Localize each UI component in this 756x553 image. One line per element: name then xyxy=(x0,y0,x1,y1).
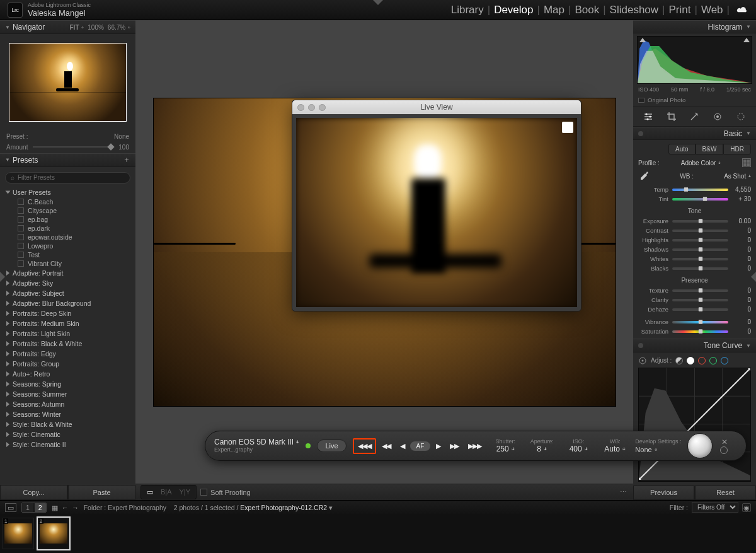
af-button[interactable]: AF xyxy=(410,441,431,451)
tether-bar[interactable]: Canon EOS 5D Mark III ￬ Expert...graphy … xyxy=(205,431,747,461)
preset-item[interactable]: C.Beach xyxy=(0,197,135,206)
presets-header[interactable]: ▼Presets ＋ xyxy=(0,153,135,167)
filter-lock-icon[interactable]: ◉ xyxy=(742,503,751,512)
profile-dropdown[interactable]: Adobe Color ￬ xyxy=(681,160,721,166)
module-develop[interactable]: Develop xyxy=(494,4,533,16)
tether-settings-icon[interactable] xyxy=(720,446,728,454)
tone-curve-editor[interactable] xyxy=(638,368,751,482)
live-view-titlebar[interactable]: Live View xyxy=(292,100,581,114)
preset-group[interactable]: Adaptive: Subject xyxy=(0,288,135,298)
highlights-slider[interactable]: Highlights0 xyxy=(638,235,751,245)
texture-slider[interactable]: Texture0 xyxy=(638,286,751,295)
live-view-window[interactable]: Live View xyxy=(292,100,581,311)
preset-item[interactable]: Test xyxy=(0,250,135,259)
whites-slider[interactable]: Whites0 xyxy=(638,254,751,264)
masking-tool-icon[interactable] xyxy=(736,112,746,122)
preset-group[interactable]: Portraits: Deep Skin xyxy=(0,308,135,318)
wb-dropdown[interactable]: As Shot ￬ xyxy=(724,173,751,180)
preset-group[interactable]: Seasons: Summer xyxy=(0,389,135,399)
focus-near-1[interactable]: ▶ xyxy=(432,440,444,452)
module-map[interactable]: Map xyxy=(544,4,564,16)
clarity-slider[interactable]: Clarity0 xyxy=(638,295,751,305)
blacks-slider[interactable]: Blacks0 xyxy=(638,264,751,273)
grid-icon[interactable]: ▦ xyxy=(52,504,58,511)
exposure-slider[interactable]: Exposure0.00 xyxy=(638,216,751,226)
module-slideshow[interactable]: Slideshow xyxy=(610,4,659,16)
focus-far-2[interactable]: ◀◀ xyxy=(378,440,394,452)
preset-item[interactable]: Vibrant City xyxy=(0,259,135,268)
focus-near-3[interactable]: ▶▶▶ xyxy=(464,440,485,452)
hdr-button[interactable]: HDR xyxy=(723,144,751,154)
paste-button[interactable]: Paste xyxy=(68,485,135,500)
navigator-header[interactable]: ▼Navigator FIT ￬ 100% 66.7% ￬ xyxy=(0,20,135,34)
saturation-slider[interactable]: Saturation0 xyxy=(638,327,751,336)
preset-search[interactable]: ⌕Filter Presets xyxy=(5,172,130,183)
dehaze-slider[interactable]: Dehaze0 xyxy=(638,305,751,314)
preset-group[interactable]: Auto+: Retro xyxy=(0,369,135,379)
preset-item[interactable]: epowar.outside xyxy=(0,233,135,242)
filmstrip-thumb-1[interactable]: 1 xyxy=(3,518,34,549)
preset-group[interactable]: Portraits: Edgy xyxy=(0,349,135,359)
heal-tool-icon[interactable] xyxy=(689,112,699,122)
profile-browser-icon[interactable] xyxy=(742,158,751,167)
vibrance-slider[interactable]: Vibrance0 xyxy=(638,317,751,327)
target-adjust-icon[interactable] xyxy=(638,356,647,365)
back-icon[interactable]: ← xyxy=(62,504,69,511)
preset-group[interactable]: Portraits: Group xyxy=(0,359,135,369)
preset-item[interactable]: Lowepro xyxy=(0,242,135,250)
preset-group[interactable]: Adaptive: Blur Background xyxy=(0,298,135,308)
curve-point-icon[interactable] xyxy=(687,357,694,364)
histogram[interactable] xyxy=(637,36,752,84)
breadcrumb[interactable]: Folder : Expert Photography 2 photos / 1… xyxy=(84,504,333,511)
navigator-thumbnail[interactable] xyxy=(9,43,127,122)
second-window-icon[interactable]: ▭ xyxy=(5,503,16,512)
nav-zoom-100[interactable]: 100% xyxy=(88,24,104,31)
preset-item[interactable]: ep.dark xyxy=(0,224,135,233)
highlight-clip-icon[interactable] xyxy=(743,38,750,42)
tether-aperture[interactable]: Aperture:8 ￬ xyxy=(528,438,556,453)
tether-iso[interactable]: ISO:400 ￬ xyxy=(564,438,592,453)
tether-wb[interactable]: WB:Auto ￬ xyxy=(601,438,629,453)
focus-far-1[interactable]: ◀ xyxy=(396,440,408,452)
module-print[interactable]: Print xyxy=(669,4,691,16)
preset-group[interactable]: Seasons: Spring xyxy=(0,379,135,389)
preset-group[interactable]: Portraits: Black & White xyxy=(0,339,135,349)
preset-group[interactable]: Adaptive: Portrait xyxy=(0,268,135,278)
focus-far-3[interactable]: ◀◀◀ xyxy=(353,438,376,454)
crop-tool-icon[interactable] xyxy=(667,112,677,122)
contrast-slider[interactable]: Contrast0 xyxy=(638,226,751,235)
soft-proofing-toggle[interactable]: Soft Proofing xyxy=(200,489,251,496)
focus-near-2[interactable]: ▶▶ xyxy=(446,440,462,452)
histogram-header[interactable]: Histogram▼ xyxy=(633,20,756,33)
auto-button[interactable]: Auto xyxy=(668,144,696,154)
pager[interactable]: 12 xyxy=(21,503,47,513)
shutter-button[interactable] xyxy=(687,433,713,458)
loupe-view-icon[interactable]: ▭ xyxy=(144,487,156,498)
tint-slider[interactable]: Tint+ 30 xyxy=(638,194,751,204)
tether-close-icon[interactable]: ✕ xyxy=(721,438,728,446)
curve-red-icon[interactable] xyxy=(698,357,706,364)
toolbar-more-icon[interactable]: ⋯ xyxy=(620,488,628,496)
before-after-lr-icon[interactable]: B|A xyxy=(158,487,175,498)
panel-toggle-icon[interactable] xyxy=(638,343,643,348)
preset-group[interactable]: Style: Cinematic II xyxy=(0,439,135,450)
previous-button[interactable]: Previous xyxy=(633,486,694,500)
reset-button[interactable]: Reset xyxy=(695,486,756,500)
shadow-clip-icon[interactable] xyxy=(639,38,646,42)
module-book[interactable]: Book xyxy=(575,4,599,16)
before-after-tb-icon[interactable]: Y|Y xyxy=(177,487,193,498)
preset-group[interactable]: Portraits: Medium Skin xyxy=(0,318,135,329)
shadows-slider[interactable]: Shadows0 xyxy=(638,245,751,254)
preset-group[interactable]: Adaptive: Sky xyxy=(0,278,135,288)
nav-fit[interactable]: FIT ￬ xyxy=(70,24,84,31)
module-library[interactable]: Library xyxy=(451,4,484,16)
curve-parametric-icon[interactable] xyxy=(675,357,683,364)
cloud-sync-icon[interactable] xyxy=(736,6,748,15)
curve-green-icon[interactable] xyxy=(709,357,717,364)
tether-develop-settings[interactable]: Develop Settings : None ￬ xyxy=(635,438,681,453)
add-preset-icon[interactable]: ＋ xyxy=(123,154,130,165)
preset-item[interactable]: Cityscape xyxy=(0,206,135,215)
preset-group[interactable]: Style: Black & White xyxy=(0,419,135,429)
filter-dropdown[interactable]: Filters Off xyxy=(692,502,738,513)
tether-camera-name[interactable]: Canon EOS 5D Mark III ￬ xyxy=(214,438,299,446)
